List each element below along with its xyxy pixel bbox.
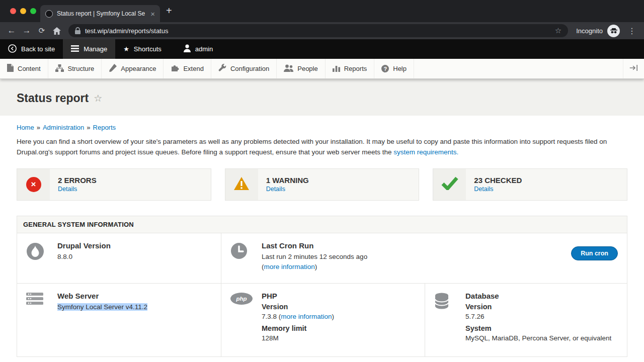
menu-item-configuration[interactable]: Configuration [211,59,277,78]
favorite-star-icon[interactable]: ☆ [94,93,102,104]
php-text: PHP Version 7.3.8 (more information) Mem… [262,292,334,344]
checked-details-link[interactable]: Details [474,186,522,193]
web-server-title: Web Server [57,292,147,300]
server-icon [26,292,57,308]
status-summary-cards: × 2 ERRORS Details 1 WARNING Details [17,168,627,201]
secure-lock-icon [75,27,80,34]
back-to-site-icon [8,44,17,54]
menu-item-structure[interactable]: Structure [48,59,102,78]
breadcrumb-home-link[interactable]: Home [17,124,34,131]
menu-item-people[interactable]: People [277,59,325,78]
errors-card[interactable]: × 2 ERRORS Details [17,168,211,201]
checked-icon-well [433,169,466,200]
warnings-icon-well [225,169,258,200]
menu-item-label: Extend [183,65,203,72]
breadcrumb-separator: » [37,124,40,131]
database-title: Database [465,292,611,300]
admin-user-label: admin [195,45,213,53]
menu-item-content[interactable]: Content [0,59,48,78]
cron-more-information-link[interactable]: more information [264,263,315,270]
content-icon [7,64,14,73]
checked-card[interactable]: 23 CHECKED Details [433,168,627,201]
breadcrumb: Home»Administration»Reports [17,124,627,131]
run-cron-button[interactable]: Run cron [571,246,618,260]
breadcrumb-administration-link[interactable]: Administration [43,124,84,131]
breadcrumb-separator: » [87,124,90,131]
admin-user-button[interactable]: admin [176,39,221,59]
warnings-count: 1 WARNING [266,176,309,185]
reload-icon[interactable]: ⟳ [34,23,49,38]
menu-item-label: Configuration [230,65,269,72]
menu-item-help[interactable]: ? Help [374,59,414,78]
menu-item-label: Reports [344,65,367,72]
appearance-icon [109,64,117,73]
last-cron-run-title: Last Cron Run [262,241,367,250]
breadcrumb-reports-link[interactable]: Reports [93,124,116,131]
shortcuts-button[interactable]: ★ Shortcuts [115,39,170,59]
checkmark-icon [441,176,458,192]
people-icon [284,64,293,73]
menu-item-label: People [297,65,317,72]
php-more-information-link[interactable]: more information [281,313,332,320]
tab-close-icon[interactable]: × [150,10,155,18]
window-zoom-button[interactable] [30,8,36,14]
warnings-card[interactable]: 1 WARNING Details [225,168,420,201]
manage-label: Manage [84,45,107,53]
database-system-label: System [465,324,611,332]
window-close-button[interactable] [10,8,16,14]
error-icon: × [26,177,41,192]
drupal-admin-toolbar: Back to site Manage ★ Shortcuts admin [0,39,644,59]
menu-item-extend[interactable]: Extend [164,59,211,78]
php-version-value: 7.3.8 [262,313,277,320]
menu-item-reports[interactable]: Reports [326,59,375,78]
database-cell: Database Version 5.7.26 System MySQL, Ma… [425,284,627,356]
new-tab-button[interactable]: + [166,6,172,16]
window-minimize-button[interactable] [20,8,26,14]
errors-details-link[interactable]: Details [58,186,97,193]
php-version-label: Version [262,303,334,311]
menu-item-label: Content [18,65,41,72]
hamburger-icon [71,45,79,53]
menu-item-appearance[interactable]: Appearance [102,59,164,78]
toolbar-collapse-button[interactable] [623,59,644,78]
extend-icon [171,64,179,73]
web-server-value: Symfony Local Server v4.11.2 [57,303,147,311]
home-icon[interactable] [49,23,64,38]
main-content: Home»Administration»Reports Here you can… [0,116,644,357]
back-icon[interactable]: ← [4,23,19,38]
warnings-details-link[interactable]: Details [266,186,309,193]
forward-icon[interactable]: → [19,23,34,38]
clock-icon [230,241,262,261]
checked-card-text: 23 CHECKED Details [466,169,530,200]
paren-close: ) [315,263,317,270]
incognito-indicator: Incognito [572,25,624,37]
configuration-icon [218,64,226,73]
browser-tab[interactable]: Status report | Symfony Local Se × [40,5,160,22]
paren-close: ) [332,313,335,320]
back-to-site-button[interactable]: Back to site [0,39,63,59]
browser-menu-icon[interactable]: ⋮ [624,26,640,36]
drupal-admin-menu: Content Structure Appearance Extend Conf… [0,59,644,79]
checked-count: 23 CHECKED [474,176,522,185]
drupal-version-value: 8.8.0 [57,252,111,262]
last-cron-run-text: Last Cron Run Last run 2 minutes 12 seco… [262,241,367,273]
user-icon [184,44,191,54]
database-icon [434,292,465,312]
last-cron-run-value: Last run 2 minutes 12 seconds ago [262,252,367,262]
page-title-text: Status report [17,92,89,105]
web-server-cell: Web Server Symfony Local Server v4.11.2 [17,284,221,356]
php-memory-label: Memory limit [262,324,334,332]
manage-button[interactable]: Manage [63,39,115,59]
cron-more-information: (more information) [262,262,367,272]
warnings-card-text: 1 WARNING Details [258,169,317,200]
database-version-label: Version [465,303,611,311]
system-info-row-2: Web Server Symfony Local Server v4.11.2 … [17,283,627,356]
php-logo-text: php [230,293,253,305]
system-requirements-link[interactable]: system requirements. [393,148,458,156]
help-icon: ? [381,65,389,72]
database-version-value: 5.7.26 [465,312,611,322]
drupal-version-cell: Drupal Version 8.8.0 [17,233,221,283]
address-bar[interactable]: test.wip/admin/reports/status ☆ [68,24,568,37]
php-cell: php PHP Version 7.3.8 (more information)… [221,284,425,356]
bookmark-star-icon[interactable]: ☆ [555,26,561,35]
